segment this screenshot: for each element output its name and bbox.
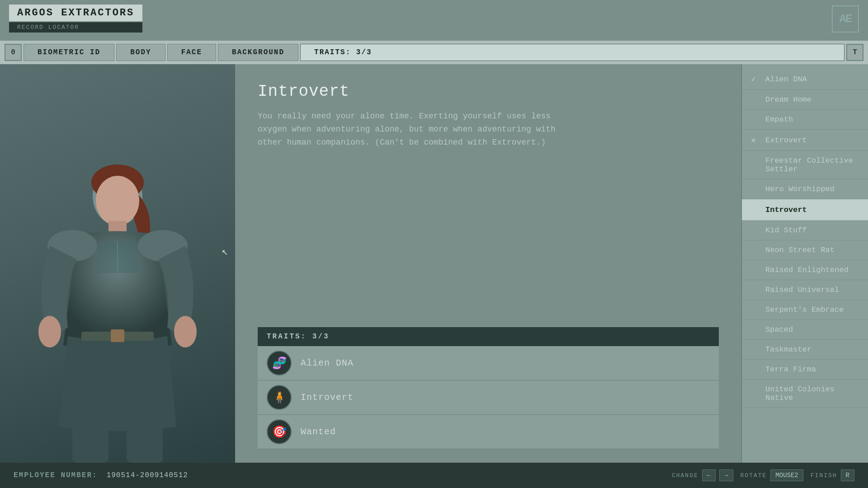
sidebar-item-label: Serpent's Embrace — [765, 305, 844, 314]
sidebar-item-neon-street-rat[interactable]: Neon Street Rat — [742, 240, 868, 260]
selected-traits-panel: TRAITS: 3/3 🧬 Alien DNA 🧍 Introvert 🎯 Wa… — [258, 327, 719, 449]
footer: EMPLOYEE NUMBER: 190514-2009140512 CHANG… — [0, 463, 868, 488]
record-locator: RECORD LOCATOR — [9, 22, 142, 33]
sidebar-item-label: Extrovert — [765, 136, 807, 145]
sidebar-item-united-colonies[interactable]: United Colonies Native — [742, 380, 868, 408]
employee-number-label: EMPLOYEE NUMBER: — [14, 471, 98, 479]
selected-trait-item[interactable]: 🧍 Introvert — [258, 380, 719, 415]
brand-title: ARGOS EXTRACTORS — [9, 5, 142, 21]
rotate-control: ROTATE MOUSE2 — [741, 469, 803, 481]
trait-title: Introvert — [258, 82, 719, 101]
sidebar-item-label: United Colonies Native — [765, 385, 859, 402]
sidebar-item-label: Alien DNA — [765, 75, 807, 84]
sidebar-item-label: Raised Universal — [765, 286, 839, 294]
rotate-key[interactable]: MOUSE2 — [770, 469, 803, 481]
nav-right-button[interactable]: T — [846, 44, 863, 61]
sidebar-item-label: Hero Worshipped — [765, 185, 835, 193]
sidebar-item-freestar[interactable]: Freestar Collective Settler — [742, 151, 868, 179]
sidebar-item-hero-worshipped[interactable]: Hero Worshipped — [742, 179, 868, 199]
ae-logo: AE — [832, 5, 859, 33]
finish-control: FINISH R — [811, 469, 854, 481]
sidebar-item-dream-home[interactable]: Dream Home — [742, 90, 868, 110]
change-key-left[interactable]: ← — [702, 469, 716, 481]
sidebar-item-introvert[interactable]: ✓ Introvert — [742, 199, 868, 221]
sidebar-item-taskmaster[interactable]: Taskmaster — [742, 340, 868, 360]
selected-trait-item[interactable]: 🧬 Alien DNA — [258, 346, 719, 380]
svg-rect-8 — [72, 427, 108, 463]
sidebar-item-label: Empath — [765, 115, 793, 124]
introvert-label: Introvert — [301, 392, 354, 403]
traits-sidebar[interactable]: ✓ Alien DNA Dream Home Empath ✕ Extrover… — [741, 64, 868, 463]
tab-face[interactable]: FACE — [167, 44, 216, 61]
tab-body[interactable]: BODY — [116, 44, 165, 61]
check-icon: ✓ — [751, 205, 760, 215]
svg-point-6 — [38, 316, 61, 347]
change-key-right[interactable]: → — [719, 469, 733, 481]
wanted-label: Wanted — [301, 427, 336, 437]
header: ARGOS EXTRACTORS RECORD LOCATOR AE — [0, 0, 868, 43]
sidebar-item-empath[interactable]: Empath — [742, 110, 868, 130]
rotate-label: ROTATE — [741, 472, 767, 479]
sidebar-item-label: Spaced — [765, 325, 793, 334]
sidebar-item-serpents-embrace[interactable]: Serpent's Embrace — [742, 300, 868, 320]
alien-dna-label: Alien DNA — [301, 358, 354, 368]
nav-bar: 0 BIOMETRIC ID BODY FACE BACKGROUND TRAI… — [0, 41, 868, 64]
employee-number-value: 190514-2009140512 — [107, 471, 188, 479]
svg-point-7 — [174, 316, 197, 347]
brand-block: ARGOS EXTRACTORS RECORD LOCATOR — [9, 5, 142, 33]
sidebar-item-label: Neon Street Rat — [765, 246, 835, 254]
tab-biometric[interactable]: BIOMETRIC ID — [24, 44, 114, 61]
sidebar-item-label: Introvert — [765, 206, 807, 214]
sidebar-item-alien-dna[interactable]: ✓ Alien DNA — [742, 69, 868, 90]
info-panel: Introvert You really need your alone tim… — [235, 64, 741, 463]
check-icon: ✓ — [751, 74, 760, 84]
sidebar-item-extrovert[interactable]: ✕ Extrovert — [742, 130, 868, 151]
finish-key[interactable]: R — [841, 469, 854, 481]
sidebar-item-label: Raised Enlightened — [765, 266, 849, 274]
selected-traits-header: TRAITS: 3/3 — [258, 327, 719, 346]
x-icon: ✕ — [751, 135, 760, 145]
character-figure — [23, 155, 212, 463]
footer-controls: CHANGE ← → ROTATE MOUSE2 FINISH R — [672, 469, 854, 481]
svg-rect-9 — [127, 427, 163, 463]
selected-trait-item[interactable]: 🎯 Wanted — [258, 415, 719, 449]
introvert-icon: 🧍 — [267, 385, 292, 410]
sidebar-item-label: Kid Stuff — [765, 226, 807, 235]
tab-traits[interactable]: TRAITS: 3/3 — [300, 44, 844, 61]
nav-left-button[interactable]: 0 — [5, 44, 22, 61]
sidebar-item-label: Freestar Collective Settler — [765, 156, 859, 174]
sidebar-item-spaced[interactable]: Spaced — [742, 320, 868, 340]
sidebar-item-label: Terra Firma — [765, 365, 816, 374]
svg-point-2 — [96, 176, 139, 225]
svg-rect-12 — [111, 329, 124, 342]
sidebar-item-raised-universal[interactable]: Raised Universal — [742, 280, 868, 300]
sidebar-item-raised-enlightened[interactable]: Raised Enlightened — [742, 260, 868, 280]
sidebar-item-kid-stuff[interactable]: Kid Stuff — [742, 221, 868, 240]
finish-label: FINISH — [811, 472, 837, 479]
character-portrait — [0, 64, 235, 463]
cursor-icon: ↖ — [222, 245, 228, 258]
sidebar-item-label: Dream Home — [765, 95, 811, 104]
sidebar-item-terra-firma[interactable]: Terra Firma — [742, 360, 868, 380]
wanted-icon: 🎯 — [267, 419, 292, 444]
alien-dna-icon: 🧬 — [267, 351, 292, 375]
change-label: CHANGE — [672, 472, 698, 479]
sidebar-item-label: Taskmaster — [765, 345, 811, 354]
tab-background[interactable]: BACKGROUND — [218, 44, 298, 61]
change-control: CHANGE ← → — [672, 469, 733, 481]
trait-description: You really need your alone time. Exertin… — [258, 110, 565, 149]
main-content: Introvert You really need your alone tim… — [0, 64, 868, 463]
